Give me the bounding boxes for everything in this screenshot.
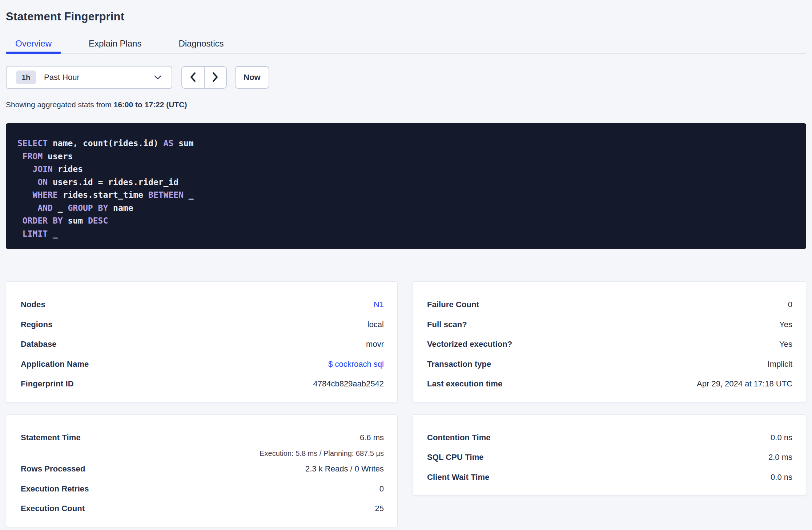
detail-row: Last execution time Apr 29, 2024 at 17:1… bbox=[427, 374, 792, 394]
statement-details-rows: Nodes N1 Regions local Database movr App… bbox=[21, 295, 384, 394]
prev-time-button[interactable] bbox=[182, 67, 205, 88]
row-value-group: 2.0 ms bbox=[768, 453, 792, 462]
row-label: Client Wait Time bbox=[427, 473, 490, 482]
row-label: Fingerprint ID bbox=[21, 379, 74, 389]
time-nav-buttons bbox=[181, 66, 227, 89]
time-range-picker[interactable]: 1h Past Hour bbox=[6, 66, 172, 89]
sql-line: FROM users bbox=[17, 150, 795, 163]
detail-row: Transaction type Implicit bbox=[427, 354, 792, 374]
row-value-group: 25 bbox=[375, 504, 384, 513]
row-value: 0 bbox=[379, 484, 384, 494]
row-value: local bbox=[367, 320, 384, 329]
row-label: Execution Retries bbox=[21, 484, 89, 494]
chevron-left-icon bbox=[190, 72, 196, 83]
row-value: 0.0 ns bbox=[771, 433, 792, 442]
row-value-group: local bbox=[367, 320, 384, 329]
now-button[interactable]: Now bbox=[235, 66, 269, 89]
row-value: Apr 29, 2024 at 17:18 UTC bbox=[697, 379, 792, 389]
statement-fingerprint-page: Statement Fingerprint OverviewExplain Pl… bbox=[0, 0, 812, 530]
time-range-badge: 1h bbox=[16, 71, 36, 84]
detail-row: Application Name $ cockroach sql bbox=[21, 354, 384, 374]
statement-timing-rows: Statement Time 6.6 ms Execution: 5.8 ms … bbox=[21, 428, 384, 519]
stats-line-range: 16:00 to 17:22 (UTC) bbox=[114, 100, 187, 109]
detail-row: Execution Retries 0 bbox=[21, 479, 384, 499]
row-label: Database bbox=[21, 340, 57, 349]
row-subvalue: Execution: 5.8 ms / Planning: 687.5 µs bbox=[260, 447, 384, 459]
row-value: 2.0 ms bbox=[768, 453, 792, 462]
detail-row: Vectorized execution? Yes bbox=[427, 334, 792, 354]
detail-row: Fingerprint ID 4784cb829aab2542 bbox=[21, 374, 384, 394]
row-value-group: N1 bbox=[374, 300, 384, 309]
row-label: Application Name bbox=[21, 360, 89, 369]
row-value-group: Yes bbox=[779, 340, 792, 349]
row-value-group: Implicit bbox=[768, 360, 792, 369]
chevron-down-icon bbox=[154, 75, 161, 80]
row-value-group: movr bbox=[366, 340, 384, 349]
sql-line: AND _ GROUP BY name bbox=[17, 202, 795, 215]
row-value-group: $ cockroach sql bbox=[328, 360, 384, 369]
tab-overview[interactable]: Overview bbox=[6, 36, 61, 54]
row-value: 2.3 k Reads / 0 Writes bbox=[305, 464, 384, 474]
row-label: Failure Count bbox=[427, 300, 479, 309]
time-toolbar: 1h Past Hour bbox=[6, 66, 806, 89]
row-label: Transaction type bbox=[427, 360, 491, 369]
sql-line: LIMIT _ bbox=[17, 228, 795, 241]
detail-row: Client Wait Time 0.0 ns bbox=[427, 467, 792, 487]
detail-row: Rows Processed 2.3 k Reads / 0 Writes bbox=[21, 459, 384, 479]
row-label: Statement Time bbox=[21, 428, 81, 448]
detail-row: Statement Time 6.6 ms Execution: 5.8 ms … bbox=[21, 428, 384, 459]
stats-line-prefix: Showing aggregated stats from bbox=[6, 100, 114, 109]
row-value-group: 0 bbox=[379, 484, 384, 494]
row-label: Regions bbox=[21, 320, 53, 329]
sql-statement-text: SELECT name, count(rides.id) AS sum FROM… bbox=[17, 137, 795, 240]
row-value-group: 0.0 ns bbox=[771, 473, 792, 482]
row-value: 0.0 ns bbox=[771, 473, 792, 482]
statement-timing-card: Statement Time 6.6 ms Execution: 5.8 ms … bbox=[6, 414, 398, 527]
time-range-label: Past Hour bbox=[44, 73, 80, 82]
row-label: Full scan? bbox=[427, 320, 467, 329]
row-value: 0 bbox=[788, 300, 792, 309]
tab-diagnostics[interactable]: Diagnostics bbox=[169, 36, 233, 54]
row-value: movr bbox=[366, 340, 384, 349]
row-value-group: 6.6 ms Execution: 5.8 ms / Planning: 687… bbox=[260, 428, 384, 459]
sql-statement-box: SELECT name, count(rides.id) AS sum FROM… bbox=[6, 123, 806, 249]
row-label: Nodes bbox=[21, 300, 45, 309]
row-value[interactable]: N1 bbox=[374, 300, 384, 309]
row-value-group: Yes bbox=[779, 320, 792, 329]
next-time-button[interactable] bbox=[205, 67, 226, 88]
chevron-right-icon bbox=[212, 72, 218, 83]
wait-times-card: Contention Time 0.0 ns SQL CPU Time 2.0 … bbox=[412, 414, 806, 496]
row-value: 6.6 ms bbox=[360, 428, 384, 448]
row-label: Rows Processed bbox=[21, 464, 85, 474]
detail-row: SQL CPU Time 2.0 ms bbox=[427, 447, 792, 467]
detail-row: Contention Time 0.0 ns bbox=[427, 428, 792, 448]
sql-line: JOIN rides bbox=[17, 163, 795, 176]
detail-row: Database movr bbox=[21, 334, 384, 354]
row-value: 25 bbox=[375, 504, 384, 513]
row-value-group: 2.3 k Reads / 0 Writes bbox=[305, 464, 384, 474]
tab-explain-plans[interactable]: Explain Plans bbox=[79, 36, 151, 54]
row-value: Yes bbox=[779, 320, 792, 329]
row-value-group: 0.0 ns bbox=[771, 433, 792, 442]
detail-row: Failure Count 0 bbox=[427, 295, 792, 315]
row-label: Vectorized execution? bbox=[427, 340, 512, 349]
row-label: SQL CPU Time bbox=[427, 453, 484, 462]
wait-times-rows: Contention Time 0.0 ns SQL CPU Time 2.0 … bbox=[427, 428, 792, 487]
execution-attributes-card: Failure Count 0 Full scan? Yes Vectorize… bbox=[412, 281, 806, 402]
sql-line: ON users.id = rides.rider_id bbox=[17, 176, 795, 189]
row-label: Contention Time bbox=[427, 433, 491, 442]
execution-attributes-rows: Failure Count 0 Full scan? Yes Vectorize… bbox=[427, 295, 792, 394]
summary-cards-grid: Nodes N1 Regions local Database movr App… bbox=[6, 281, 806, 527]
aggregated-stats-line: Showing aggregated stats from 16:00 to 1… bbox=[6, 100, 806, 109]
row-value: 4784cb829aab2542 bbox=[313, 379, 384, 389]
sql-line: ORDER BY sum DESC bbox=[17, 214, 795, 228]
row-value: Implicit bbox=[768, 360, 792, 369]
detail-row: Nodes N1 bbox=[21, 295, 384, 315]
tab-bar: OverviewExplain PlansDiagnostics bbox=[6, 36, 806, 54]
sql-line: SELECT name, count(rides.id) AS sum bbox=[17, 137, 795, 150]
row-value-group: Apr 29, 2024 at 17:18 UTC bbox=[697, 379, 792, 389]
row-value: Yes bbox=[779, 340, 792, 349]
sql-line: WHERE rides.start_time BETWEEN _ bbox=[17, 189, 795, 202]
detail-row: Regions local bbox=[21, 315, 384, 335]
row-value[interactable]: $ cockroach sql bbox=[328, 360, 384, 369]
